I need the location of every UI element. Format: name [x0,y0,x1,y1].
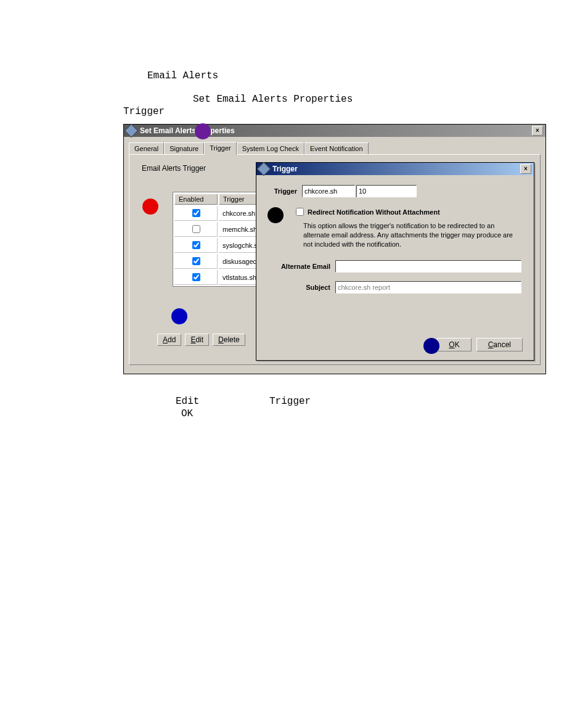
inner-titlebar[interactable]: Trigger × [256,163,534,175]
tab-system-log-check[interactable]: System Log Check [237,142,304,154]
row3-enabled[interactable] [192,257,200,265]
tab-event-notification[interactable]: Event Notification [304,142,369,154]
alternate-email-input[interactable] [335,260,521,273]
trigger-label: Trigger [269,187,297,195]
subject-label: Subject [269,284,330,291]
row2-enabled[interactable] [192,241,200,249]
table-buttons: Add Edit Delete [157,334,245,346]
row4-enabled[interactable] [192,273,200,281]
outer-titlebar[interactable]: Set Email Alerts Properties × [124,125,545,137]
doc-text-set-props: Set Email Alerts Properties [193,94,353,105]
tab-general[interactable]: General [129,142,164,154]
app-icon [257,162,271,176]
close-icon[interactable]: × [520,164,531,174]
subject-input[interactable] [335,281,521,293]
tabs: General Signature Trigger System Log Che… [124,137,545,154]
red-dot-icon [142,199,158,215]
add-button[interactable]: Add [157,334,181,346]
trigger-arg-input[interactable] [356,185,417,197]
edit-button[interactable]: Edit [185,334,209,346]
close-icon[interactable]: × [532,126,543,136]
col-enabled[interactable]: Enabled [174,194,218,205]
app-icon [125,124,139,138]
section-label: Email Alerts Trigger [142,164,206,173]
navy-dot-icon [423,338,439,354]
doc-text-trigger: Trigger [123,106,165,117]
doc-text-email-alerts: Email Alerts [147,70,218,81]
ok-button[interactable]: OK [437,338,471,351]
delete-button[interactable]: Delete [213,334,245,346]
redirect-label: Redirect Notification Without Attachment [308,208,440,216]
outer-title: Set Email Alerts Properties [140,126,235,135]
blue-dot-icon [171,308,187,324]
doc-text-ok: OK [181,408,193,419]
alternate-email-label: Alternate Email [269,263,330,270]
row1-enabled[interactable] [192,225,200,233]
trigger-dialog: Trigger × Trigger Redirect Notification … [256,162,534,361]
cancel-button[interactable]: Cancel [476,338,523,351]
redirect-description: This option allows the trigger's notific… [303,221,521,249]
purple-dot-icon [195,123,211,139]
tab-signature[interactable]: Signature [164,142,204,154]
redirect-checkbox[interactable] [296,208,304,216]
trigger-script-input[interactable] [302,185,355,197]
inner-title: Trigger [272,165,298,173]
row0-enabled[interactable] [192,209,200,217]
doc-text-edit: Edit [176,396,199,407]
tab-trigger[interactable]: Trigger [204,142,236,155]
black-dot-icon [267,207,284,223]
doc-text-trigger2: Trigger [269,396,311,407]
